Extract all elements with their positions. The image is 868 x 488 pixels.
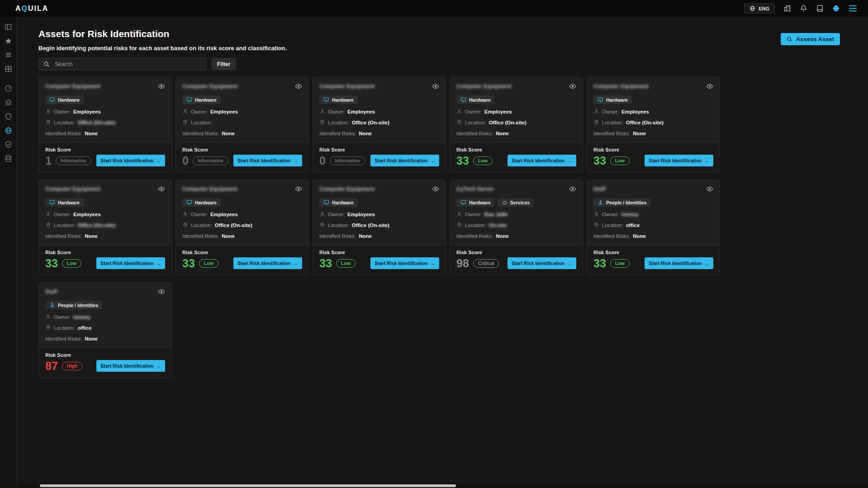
risk-score-label: Risk Score bbox=[182, 250, 302, 255]
person-icon bbox=[598, 199, 603, 205]
view-asset-eye-icon[interactable] bbox=[158, 83, 165, 90]
asset-type-label: Services bbox=[510, 200, 530, 205]
risks-label: Identified Risks: bbox=[182, 131, 219, 136]
start-risk-identification-label: Start Risk Identification bbox=[649, 158, 702, 163]
owner-person-icon bbox=[593, 211, 599, 217]
owner-value: Employees bbox=[73, 212, 101, 217]
start-risk-identification-button[interactable]: Start Risk Identification → bbox=[370, 257, 439, 269]
notifications-bell-icon[interactable] bbox=[800, 5, 807, 12]
risk-level-badge: Low bbox=[336, 259, 356, 268]
location-line: Location: Office (On-site) bbox=[45, 222, 165, 228]
start-risk-identification-button[interactable]: Start Risk Identification → bbox=[508, 155, 576, 166]
owner-person-icon bbox=[45, 314, 51, 320]
asset-title: Computer Equipment bbox=[456, 83, 512, 90]
start-risk-identification-button[interactable]: Start Risk Identification → bbox=[233, 257, 302, 269]
assess-asset-label: Assess Asset bbox=[796, 36, 834, 43]
start-risk-identification-button[interactable]: Start Risk Identification → bbox=[96, 360, 165, 372]
monitor-icon bbox=[460, 97, 466, 103]
asset-type-label: Hardware bbox=[58, 200, 80, 205]
horizontal-scrollbar-thumb[interactable] bbox=[40, 484, 456, 487]
assess-asset-button[interactable]: Assess Asset bbox=[781, 33, 840, 45]
location-value: Office (On-site) bbox=[352, 120, 389, 125]
cloud-icon bbox=[502, 199, 508, 205]
page-title: Assets for Risk Identification bbox=[38, 28, 868, 39]
asset-type-label: People / Identities bbox=[606, 200, 646, 205]
view-asset-eye-icon[interactable] bbox=[295, 83, 302, 90]
sidebar-item-globe[interactable] bbox=[3, 125, 14, 136]
asset-card-body: Computer Equipment Hardware Owner: Emplo… bbox=[39, 180, 171, 245]
owner-value: Employees bbox=[347, 109, 375, 114]
view-asset-eye-icon[interactable] bbox=[295, 185, 302, 193]
arrow-right-icon: → bbox=[157, 158, 161, 163]
risks-line: Identified Risks: None bbox=[319, 232, 439, 239]
view-asset-eye-icon[interactable] bbox=[432, 185, 439, 193]
knowledge-book-icon[interactable] bbox=[816, 5, 824, 12]
arrow-right-icon: → bbox=[705, 261, 710, 266]
risks-line: Identified Risks: None bbox=[45, 232, 165, 239]
asset-type-label: Hardware bbox=[58, 97, 80, 103]
start-risk-identification-button[interactable]: Start Risk Identification → bbox=[233, 155, 302, 166]
asset-card-body: Computer Equipment Hardware Owner: Emplo… bbox=[176, 180, 308, 245]
view-asset-eye-icon[interactable] bbox=[569, 83, 576, 90]
owner-line: Owner: Employees bbox=[182, 211, 302, 218]
toolbar: Filter bbox=[38, 58, 868, 70]
search-icon bbox=[43, 61, 50, 67]
start-risk-identification-button[interactable]: Start Risk Identification → bbox=[96, 155, 165, 166]
world-sphere-icon[interactable] bbox=[832, 5, 840, 12]
asset-card-body: Computer Equipment Hardware Owner: Emplo… bbox=[176, 77, 308, 142]
search-box bbox=[38, 58, 207, 70]
start-risk-identification-button[interactable]: Start Risk Identification → bbox=[508, 257, 576, 269]
risks-value: None bbox=[222, 233, 235, 239]
view-asset-eye-icon[interactable] bbox=[706, 83, 713, 90]
view-asset-eye-icon[interactable] bbox=[432, 83, 439, 90]
asset-type-badge: People / Identities bbox=[45, 301, 102, 309]
risks-value: None bbox=[85, 336, 98, 341]
arrow-right-icon: → bbox=[294, 158, 299, 163]
monitor-icon bbox=[323, 199, 329, 205]
sidebar-item-grid[interactable] bbox=[3, 64, 14, 74]
location-label: Location: bbox=[54, 120, 75, 125]
sidebar-item-shield[interactable] bbox=[3, 111, 14, 122]
asset-card: Computer Equipment Hardware Owner: Emplo… bbox=[587, 77, 720, 173]
app-logo[interactable]: AQUILA bbox=[15, 5, 48, 13]
view-asset-eye-icon[interactable] bbox=[706, 185, 713, 193]
start-risk-identification-button[interactable]: Start Risk Identification → bbox=[645, 155, 713, 166]
owner-label: Owner: bbox=[602, 212, 619, 217]
language-selector[interactable]: ENG bbox=[744, 3, 775, 14]
owner-label: Owner: bbox=[54, 109, 71, 114]
location-value: Office (On-site) bbox=[489, 120, 526, 125]
risk-level-badge: Critical bbox=[473, 259, 499, 268]
sidebar-item-gauge[interactable] bbox=[3, 83, 14, 94]
start-risk-identification-button[interactable]: Start Risk Identification → bbox=[370, 155, 439, 166]
risk-score-value: 98 bbox=[456, 258, 469, 269]
view-asset-eye-icon[interactable] bbox=[158, 185, 165, 193]
asset-type-label: Hardware bbox=[195, 97, 217, 103]
sidebar-item-star[interactable] bbox=[3, 36, 14, 46]
badge-list: Hardware bbox=[45, 95, 165, 104]
sidebar-item-shield-check[interactable] bbox=[3, 139, 14, 150]
sidebar-item-layout-panel[interactable] bbox=[3, 22, 14, 32]
filter-button[interactable]: Filter bbox=[211, 58, 236, 70]
sidebar-item-bank[interactable] bbox=[3, 97, 14, 108]
asset-type-badge: Hardware bbox=[45, 198, 84, 207]
start-risk-identification-button[interactable]: Start Risk Identification → bbox=[96, 257, 165, 269]
asset-card: Computer Equipment Hardware Owner: Emplo… bbox=[313, 77, 446, 173]
start-risk-identification-button[interactable]: Start Risk Identification → bbox=[645, 257, 713, 269]
asset-card-footer: Risk Score 98 Critical Start Risk Identi… bbox=[450, 245, 583, 275]
risk-score-label: Risk Score bbox=[319, 250, 439, 255]
organization-building-icon[interactable] bbox=[783, 5, 791, 12]
location-value: Office (On-site) bbox=[215, 223, 252, 228]
search-input[interactable] bbox=[54, 61, 202, 68]
view-asset-eye-icon[interactable] bbox=[158, 288, 165, 295]
sidebar-item-list[interactable] bbox=[3, 50, 14, 60]
view-asset-eye-icon[interactable] bbox=[569, 185, 576, 193]
risk-level-badge: Informative bbox=[330, 156, 365, 165]
logo-text: A bbox=[15, 5, 22, 12]
risks-line: Identified Risks: None bbox=[45, 335, 165, 342]
horizontal-scrollbar-track[interactable] bbox=[17, 483, 868, 488]
risks-label: Identified Risks: bbox=[593, 233, 630, 239]
owner-value: Employees bbox=[210, 212, 238, 217]
hamburger-menu-icon[interactable] bbox=[849, 5, 857, 12]
main-content: Assets for Risk Identification Begin ide… bbox=[17, 17, 868, 488]
sidebar-item-database[interactable] bbox=[3, 153, 14, 164]
